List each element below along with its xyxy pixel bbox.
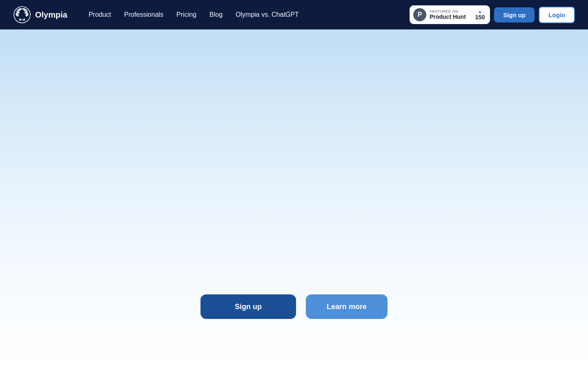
nav-logo[interactable]: Olympia [13,6,67,24]
ph-name-label: Product Hunt [430,13,466,20]
product-hunt-text: FEATURED ON Product Hunt [430,9,466,20]
nav-link-blog[interactable]: Blog [205,8,227,22]
nav-login-button[interactable]: Login [539,7,575,23]
ph-count-label: 150 [475,14,485,21]
nav-signup-button[interactable]: Sign up [494,7,535,22]
hero-signup-button[interactable]: Sign up [200,294,296,319]
svg-point-11 [23,18,25,21]
nav-actions: P FEATURED ON Product Hunt ▲ 150 Sign up… [410,5,575,24]
ph-upvote-block: ▲ 150 [471,9,485,21]
svg-rect-9 [22,19,22,20]
brand-name: Olympia [35,10,67,20]
hero-cta-buttons: Sign up Learn more [200,294,388,319]
svg-point-10 [19,18,21,21]
navbar: Olympia Product Professionals Pricing Bl… [0,0,588,29]
product-hunt-badge[interactable]: P FEATURED ON Product Hunt ▲ 150 [410,5,490,24]
nav-link-product[interactable]: Product [84,8,116,22]
nav-link-pricing[interactable]: Pricing [172,8,201,22]
hero-section: Sign up Learn more [0,0,588,368]
logo-icon [13,6,31,24]
ph-featured-on-label: FEATURED ON [430,9,466,13]
nav-links: Product Professionals Pricing Blog Olymp… [84,8,410,22]
nav-link-vs-chatgpt[interactable]: Olympia vs. ChatGPT [231,8,304,22]
hero-learn-more-button[interactable]: Learn more [306,294,388,319]
product-hunt-logo: P [413,8,426,21]
nav-link-professionals[interactable]: Professionals [119,8,168,22]
ph-arrow-icon: ▲ [478,9,483,14]
